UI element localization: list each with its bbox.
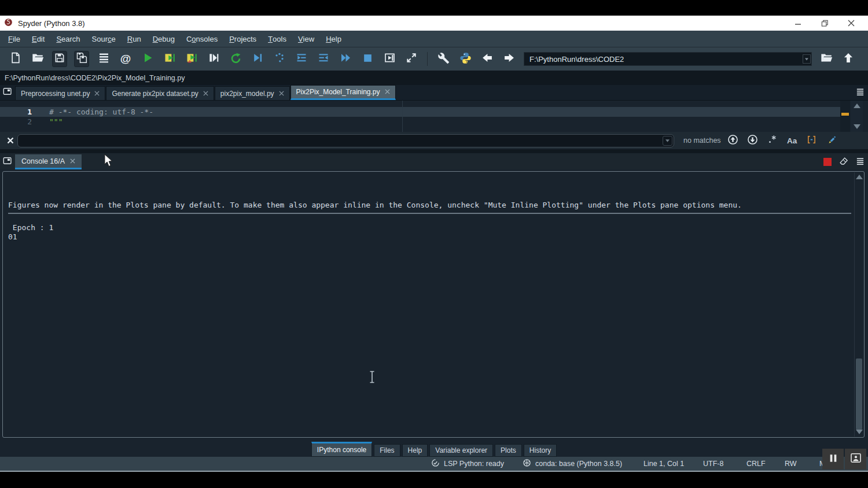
- editor-options-button[interactable]: [852, 85, 868, 100]
- whole-word-toggle-button[interactable]: [804, 133, 819, 148]
- stop-debug-button[interactable]: [360, 51, 375, 67]
- editor-tab-bar: Preprocessing unet.py Generate pix2pix d…: [0, 85, 868, 100]
- menu-item-edit[interactable]: Edit: [26, 31, 50, 47]
- editor-tab-pix2pix-model[interactable]: pix2pix_model.py: [215, 86, 290, 100]
- python-logo-icon: [459, 52, 472, 66]
- working-directory-input[interactable]: [524, 52, 812, 66]
- file-switcher-button[interactable]: [96, 51, 111, 67]
- menu-item-consoles[interactable]: Consoles: [181, 31, 223, 47]
- minimize-button[interactable]: [785, 16, 811, 30]
- find-input[interactable]: [17, 134, 674, 147]
- menu-item-run[interactable]: Run: [122, 31, 147, 47]
- editor-tab-preprocessing-unet[interactable]: Preprocessing unet.py: [15, 86, 105, 100]
- panel-tab-plots[interactable]: Plots: [495, 444, 522, 457]
- debug-continue-button[interactable]: [338, 51, 353, 67]
- panel-tab-variable-explorer[interactable]: Variable explorer: [429, 444, 493, 457]
- debug-step-into-button[interactable]: [294, 51, 309, 67]
- editor-tab-generate-pix2pix-dataset[interactable]: Generate pix2pix dataset.py: [106, 86, 214, 100]
- menu-item-debug[interactable]: Debug: [147, 31, 181, 47]
- find-symbols-button[interactable]: @: [118, 51, 133, 67]
- pause-button[interactable]: [822, 449, 844, 469]
- panel-tab-label: Files: [380, 446, 394, 454]
- scroll-up-icon[interactable]: [856, 175, 863, 179]
- scroll-down-icon[interactable]: [856, 430, 863, 434]
- tab-close-icon[interactable]: [70, 157, 75, 165]
- scrollbar-thumb[interactable]: [856, 358, 862, 430]
- debug-step-return-button[interactable]: [316, 51, 331, 67]
- panel-tab-help[interactable]: Help: [402, 444, 428, 457]
- encoding-label: UTF-8: [703, 460, 723, 468]
- menu-item-view[interactable]: View: [292, 31, 320, 47]
- breadcrumb: F:\PythonRun\dress\CODE2\Pix2Pix_Model_T…: [5, 74, 185, 82]
- preferences-button[interactable]: [436, 51, 451, 67]
- toolbar-separator: [427, 52, 428, 66]
- menu-item-search[interactable]: Search: [50, 31, 86, 47]
- save-all-button[interactable]: [74, 51, 89, 67]
- forward-arrow-icon: [503, 52, 516, 66]
- interrupt-kernel-button[interactable]: [819, 154, 836, 169]
- panel-tab-ipython-console[interactable]: IPython console: [311, 442, 372, 457]
- close-button[interactable]: [838, 16, 865, 30]
- browse-tabs-button[interactable]: [0, 85, 15, 100]
- highlight-matches-button[interactable]: [824, 133, 839, 148]
- save-button[interactable]: [52, 51, 67, 67]
- case-sensitive-toggle-button[interactable]: Aa: [785, 133, 800, 148]
- tab-close-icon[interactable]: [94, 90, 100, 98]
- debug-step-button[interactable]: [272, 51, 287, 67]
- open-file-button[interactable]: [30, 51, 45, 67]
- case-sensitive-icon: Aa: [787, 136, 797, 145]
- run-cell-advance-button[interactable]: [184, 51, 199, 67]
- pythonpath-button[interactable]: [458, 51, 473, 67]
- restore-button[interactable]: [811, 16, 838, 30]
- fullscreen-button[interactable]: [404, 51, 419, 67]
- maximize-pane-button[interactable]: [382, 51, 397, 67]
- browse-console-tabs-button[interactable]: [0, 154, 15, 169]
- panel-tab-history[interactable]: History: [524, 444, 557, 457]
- up-circle-icon: [727, 134, 738, 147]
- new-file-icon: [10, 51, 21, 66]
- run-cell-button[interactable]: [162, 51, 177, 67]
- editor-scrollbar[interactable]: [851, 101, 863, 132]
- browse-directory-button[interactable]: [819, 51, 834, 67]
- maximize-pane-icon: [384, 52, 396, 66]
- tab-close-icon[interactable]: [203, 90, 208, 98]
- scroll-down-icon[interactable]: [854, 124, 860, 129]
- run-selection-button[interactable]: [206, 51, 221, 67]
- tab-close-icon[interactable]: [279, 90, 284, 98]
- picture-in-picture-button[interactable]: [845, 449, 866, 469]
- scroll-up-icon[interactable]: [854, 103, 860, 108]
- regex-toggle-button[interactable]: [765, 133, 780, 148]
- navigate-forward-button[interactable]: [502, 51, 517, 67]
- code-text: """: [49, 117, 62, 127]
- find-next-button[interactable]: [745, 133, 760, 148]
- menu-item-help[interactable]: Help: [320, 31, 347, 47]
- menu-item-projects[interactable]: Projects: [223, 31, 262, 47]
- console-scrollbar[interactable]: [854, 172, 863, 437]
- find-input-wrap: [17, 134, 674, 147]
- parent-directory-button[interactable]: [841, 51, 856, 67]
- find-close-button[interactable]: [3, 134, 17, 147]
- tab-close-icon[interactable]: [385, 88, 390, 96]
- working-directory-dropdown-icon[interactable]: [803, 54, 811, 66]
- menu-item-file[interactable]: File: [2, 31, 26, 47]
- screen: Spyder (Python 3.8) File Edit Search Sou…: [0, 0, 868, 488]
- menu-item-source[interactable]: Source: [86, 31, 122, 47]
- code-editor[interactable]: 1 # -*- coding: utf-8 -*- 2 """: [0, 100, 868, 132]
- text-cursor-icon: [369, 371, 375, 386]
- find-history-dropdown-icon[interactable]: [663, 136, 672, 146]
- new-file-button[interactable]: [8, 51, 23, 67]
- navigate-back-button[interactable]: [480, 51, 495, 67]
- console-output-area[interactable]: Figures now render in the Plots pane by …: [2, 171, 865, 438]
- console-tab[interactable]: Console 16/A: [15, 154, 82, 169]
- editor-tab-pix2pix-model-training[interactable]: Pix2Pix_Model_Training.py: [290, 85, 396, 100]
- console-options-button[interactable]: [852, 154, 868, 169]
- debug-file-button[interactable]: [250, 51, 265, 67]
- rerun-last-button[interactable]: [228, 51, 243, 67]
- menu-item-tools[interactable]: Tools: [262, 31, 292, 47]
- run-file-button[interactable]: [140, 51, 155, 67]
- remove-variables-button[interactable]: [836, 154, 852, 169]
- find-previous-button[interactable]: [726, 133, 741, 148]
- panel-tab-files[interactable]: Files: [374, 444, 400, 457]
- lsp-status: LSP Python: ready: [431, 457, 504, 471]
- browse-folder-icon: [820, 51, 833, 66]
